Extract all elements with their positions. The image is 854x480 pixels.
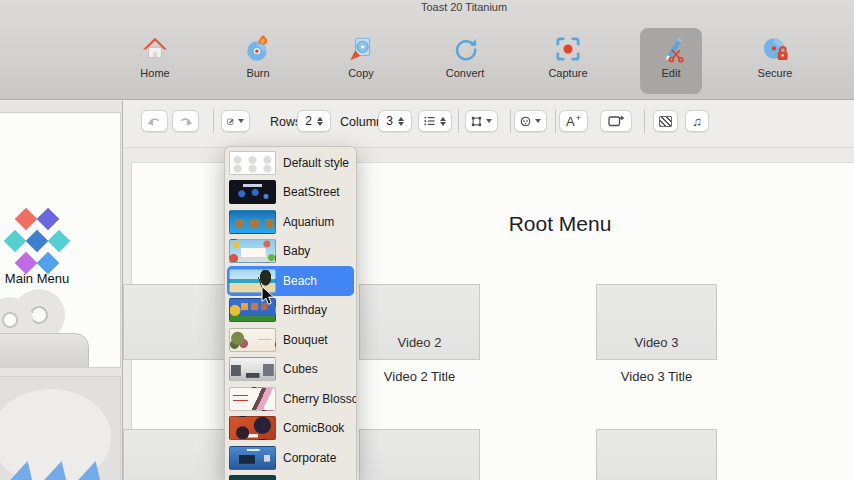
style-thumbnail xyxy=(229,180,276,204)
secure-icon xyxy=(760,34,790,64)
redo-arrow-icon xyxy=(178,115,193,127)
toolbar-divider xyxy=(555,109,556,133)
text-button-plus: + xyxy=(576,113,581,123)
rows-stepper[interactable]: 2 xyxy=(297,110,331,132)
chevron-down-icon xyxy=(238,119,244,123)
edit-toolbar: Rows 2 Columns 3 xyxy=(123,101,854,148)
chevron-down-icon xyxy=(486,119,492,123)
toolbar-item-label: Copy xyxy=(348,67,374,79)
toolbar-item-capture[interactable]: Capture xyxy=(537,28,599,94)
style-option-baby[interactable]: Baby xyxy=(225,237,356,267)
mask-button[interactable] xyxy=(514,110,547,132)
rows-value: 2 xyxy=(305,114,312,128)
sidebar-thumbnail-main-menu[interactable]: Main Menu xyxy=(0,112,121,368)
columns-stepper[interactable]: 3 xyxy=(378,110,412,132)
style-option-beatstreet[interactable]: BeatStreet xyxy=(225,178,356,208)
edit-style-icon xyxy=(227,115,234,128)
toolbar-item-edit[interactable]: Edit xyxy=(640,28,702,94)
toolbar-item-burn[interactable]: Burn xyxy=(227,28,289,94)
pattern-icon xyxy=(659,116,672,127)
style-option-bouquet[interactable]: Bouquet xyxy=(225,325,356,355)
toolbar-item-convert[interactable]: Convert xyxy=(434,28,496,94)
add-media-button[interactable] xyxy=(600,110,632,132)
style-option-label: Birthday xyxy=(283,303,327,317)
style-option-label: Cherry Blossom xyxy=(283,392,357,406)
edit-icon xyxy=(656,34,686,64)
style-option-beach-selected[interactable]: Beach xyxy=(227,266,354,296)
copy-icon xyxy=(346,34,376,64)
style-option-label: Corporate xyxy=(283,451,336,465)
home-icon xyxy=(140,34,170,64)
toolbar-item-label: Secure xyxy=(758,67,793,79)
style-option-default[interactable]: Default style xyxy=(225,148,356,178)
style-thumbnail xyxy=(229,446,276,470)
style-option-aquarium[interactable]: Aquarium xyxy=(225,207,356,237)
list-style-stepper[interactable] xyxy=(418,110,452,132)
toolbar-divider xyxy=(213,109,214,133)
stepper-arrows-icon xyxy=(440,117,446,126)
style-option-cubes[interactable]: Cubes xyxy=(225,355,356,385)
convert-icon xyxy=(450,34,480,64)
stepper-arrows-icon xyxy=(317,117,323,126)
video-caption-2[interactable]: Video 2 Title xyxy=(339,369,500,384)
frame-button[interactable] xyxy=(465,110,498,132)
video-placeholder-3[interactable]: Video 3 xyxy=(596,284,717,360)
toolbar-item-label: Home xyxy=(140,67,169,79)
toolbar-item-home[interactable]: Home xyxy=(124,28,186,94)
window-title: Toast 20 Titanium xyxy=(364,1,564,13)
video-placeholder-4-partial[interactable] xyxy=(123,429,226,480)
video-placeholder-1-partial[interactable] xyxy=(123,284,226,360)
style-option-cherry-blossom[interactable]: Cherry Blossom xyxy=(225,384,356,414)
video-label: Video 3 xyxy=(635,335,679,359)
menu-pages-sidebar: Main Menu xyxy=(0,101,123,480)
mask-icon xyxy=(520,115,531,128)
video-label: Video 2 xyxy=(398,335,442,359)
style-thumbnail xyxy=(229,475,276,480)
video-caption-3[interactable]: Video 3 Title xyxy=(576,369,737,384)
logo-diamond xyxy=(37,208,60,231)
undo-button[interactable] xyxy=(141,110,168,132)
style-option-label: Cubes xyxy=(283,362,318,376)
main-toolbar: Toast 20 Titanium Home Burn Copy xyxy=(0,0,854,100)
menu-style-dropdown: Default style BeatStreet Aquarium Baby B… xyxy=(224,146,357,480)
logo-diamond xyxy=(4,230,27,253)
stepper-arrows-icon xyxy=(398,117,404,126)
style-option-birthday[interactable]: Birthday xyxy=(225,296,356,326)
toolbar-item-copy[interactable]: Copy xyxy=(330,28,392,94)
style-option-label: Baby xyxy=(283,244,310,258)
undo-arrow-icon xyxy=(147,115,162,127)
toolbar-divider xyxy=(644,109,645,133)
style-option-label: Aquarium xyxy=(283,215,334,229)
style-option-comicbook[interactable]: ComicBook xyxy=(225,414,356,444)
style-thumbnail xyxy=(229,210,276,234)
toolbar-divider xyxy=(458,109,459,133)
style-option-tech-partial[interactable]: Tech xyxy=(225,473,356,480)
add-media-icon xyxy=(608,115,624,127)
frame-icon xyxy=(471,115,482,128)
background-pattern-button[interactable] xyxy=(653,110,678,132)
menu-style-button[interactable] xyxy=(221,110,250,132)
video-placeholder-6[interactable] xyxy=(596,429,717,480)
toolbar-item-secure[interactable]: Secure xyxy=(744,28,806,94)
capture-icon xyxy=(553,34,583,64)
burn-icon xyxy=(243,34,273,64)
style-thumbnail xyxy=(229,357,276,381)
text-style-button[interactable]: A + xyxy=(559,110,588,132)
video-placeholder-5[interactable] xyxy=(359,429,480,480)
logo-diamond xyxy=(15,208,38,231)
style-option-label: Default style xyxy=(283,156,349,170)
style-thumbnail xyxy=(229,387,276,411)
video-placeholder-2[interactable]: Video 2 xyxy=(359,284,480,360)
style-thumbnail xyxy=(229,239,276,263)
sidebar-thumbnail-page2[interactable] xyxy=(0,376,121,480)
style-option-corporate[interactable]: Corporate xyxy=(225,443,356,473)
menu-audio-button[interactable]: ♫ xyxy=(685,110,709,132)
list-icon xyxy=(424,115,435,127)
root-menu-title[interactable]: Root Menu xyxy=(460,212,660,236)
redo-button[interactable] xyxy=(172,110,199,132)
style-option-label: ComicBook xyxy=(283,421,344,435)
main-menu-label: Main Menu xyxy=(0,271,83,286)
text-button-label: A xyxy=(566,114,575,129)
toaster-art xyxy=(0,333,89,368)
style-option-label: Beach xyxy=(283,274,317,288)
